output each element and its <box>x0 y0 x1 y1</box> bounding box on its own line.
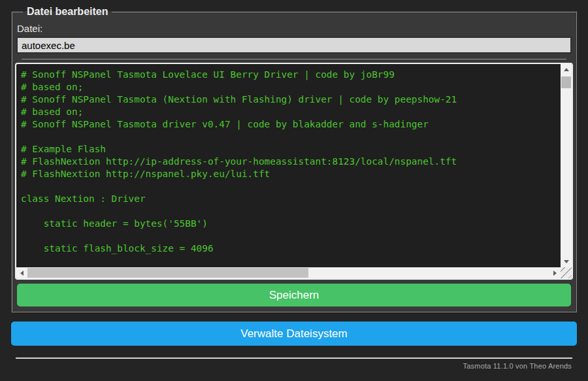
footer: Tasmota 11.1.0 von Theo Arends <box>11 357 577 370</box>
file-content[interactable]: # Sonoff NSPanel Tasmota Lovelace UI Ber… <box>16 64 561 267</box>
scroll-down-button[interactable] <box>561 256 572 267</box>
horizontal-scrollbar[interactable] <box>16 267 561 278</box>
scroll-left-icon <box>20 271 24 276</box>
form-divider <box>22 59 566 59</box>
file-content-textarea[interactable]: # Sonoff NSPanel Tasmota Lovelace UI Ber… <box>15 63 573 280</box>
file-edit-panel: Datei bearbeiten Datei: # Sonoff NSPanel… <box>11 6 577 312</box>
filename-input[interactable] <box>16 37 572 54</box>
scroll-right-button[interactable] <box>549 267 561 278</box>
footer-divider <box>16 357 572 359</box>
scroll-right-icon <box>553 271 557 276</box>
scroll-down-icon <box>564 260 569 263</box>
scroll-left-button[interactable] <box>16 267 27 278</box>
resize-grip-icon[interactable] <box>561 267 572 278</box>
vertical-scrollbar[interactable] <box>561 64 572 267</box>
file-label: Datei: <box>17 23 572 34</box>
page: Datei bearbeiten Datei: # Sonoff NSPanel… <box>0 0 588 370</box>
manage-filesystem-button[interactable]: Verwalte Dateisystem <box>11 322 577 346</box>
panel-title: Datei bearbeiten <box>23 6 112 18</box>
horizontal-scrollbar-thumb[interactable] <box>27 268 308 278</box>
save-button[interactable]: Speichern <box>17 284 571 306</box>
vertical-scrollbar-thumb[interactable] <box>561 76 571 88</box>
scroll-up-icon <box>564 68 569 71</box>
version-text: Tasmota 11.1.0 von Theo Arends <box>11 362 572 370</box>
scroll-up-button[interactable] <box>561 64 572 75</box>
